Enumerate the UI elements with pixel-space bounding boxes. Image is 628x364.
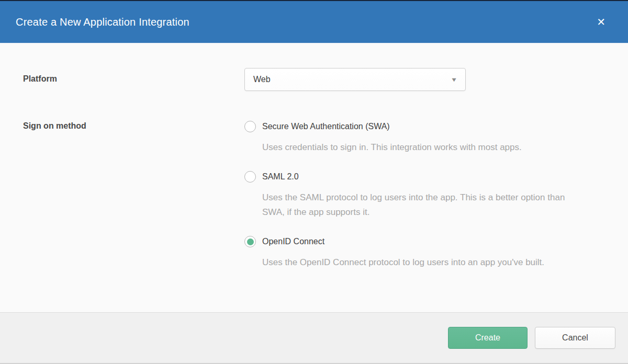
dialog-body: Platform Web ▼ Sign on method Secure Web… — [0, 43, 628, 312]
option-swa-radio-row[interactable]: Secure Web Authentication (SWA) — [244, 121, 588, 132]
option-saml-radio-row[interactable]: SAML 2.0 — [244, 171, 588, 183]
create-app-integration-dialog: Create a New Application Integration ✕ P… — [0, 0, 628, 364]
option-swa: Secure Web Authentication (SWA) Uses cre… — [244, 121, 588, 155]
option-openid-radio-row[interactable]: OpenID Connect — [244, 236, 588, 247]
platform-row: Platform Web ▼ — [23, 68, 612, 91]
option-swa-label: Secure Web Authentication (SWA) — [262, 122, 390, 131]
option-openid-label: OpenID Connect — [262, 237, 324, 246]
cancel-button[interactable]: Cancel — [535, 327, 615, 349]
radio-selected-icon[interactable] — [244, 236, 256, 247]
option-saml-description: Uses the SAML protocol to log users into… — [262, 190, 588, 220]
sign-on-options: Secure Web Authentication (SWA) Uses cre… — [244, 121, 588, 286]
dialog-title: Create a New Application Integration — [16, 16, 189, 28]
platform-selected-value: Web — [253, 75, 271, 84]
dialog-footer: Create Cancel — [0, 312, 628, 364]
sign-on-method-label: Sign on method — [23, 121, 244, 131]
platform-label: Platform — [23, 68, 244, 84]
dialog-header: Create a New Application Integration ✕ — [0, 1, 628, 43]
option-swa-description: Uses credentials to sign in. This integr… — [262, 140, 588, 155]
close-icon[interactable]: ✕ — [593, 15, 609, 29]
option-saml: SAML 2.0 Uses the SAML protocol to log u… — [244, 171, 588, 220]
chevron-down-icon: ▼ — [451, 76, 458, 83]
create-button[interactable]: Create — [448, 327, 528, 349]
option-openid-description: Uses the OpenID Connect protocol to log … — [262, 255, 588, 270]
option-openid: OpenID Connect Uses the OpenID Connect p… — [244, 236, 588, 270]
option-saml-label: SAML 2.0 — [262, 172, 299, 181]
platform-select[interactable]: Web ▼ — [244, 68, 466, 91]
radio-unselected-icon[interactable] — [244, 121, 256, 132]
sign-on-method-row: Sign on method Secure Web Authentication… — [23, 121, 612, 286]
radio-unselected-icon[interactable] — [244, 171, 256, 183]
